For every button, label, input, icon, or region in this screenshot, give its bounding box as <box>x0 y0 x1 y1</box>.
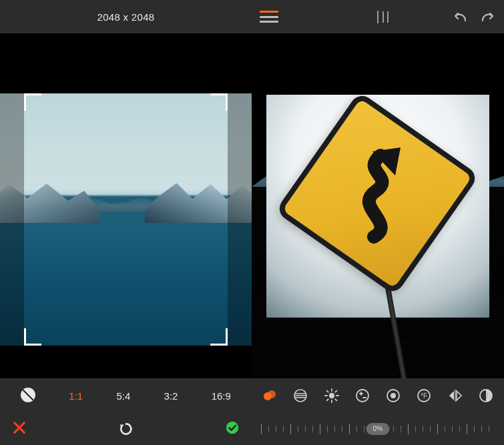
filter-invert-icon <box>479 388 493 403</box>
menu-button[interactable] <box>260 11 278 23</box>
road-sign <box>275 91 479 296</box>
slider-track[interactable]: 0% <box>261 422 495 436</box>
ratio-16-9[interactable]: 16:9 <box>208 388 235 404</box>
filter-brightness-icon <box>324 388 340 404</box>
undo-circular-icon <box>117 420 135 438</box>
crop-frame[interactable] <box>24 93 228 346</box>
edit-canvas[interactable] <box>252 33 504 378</box>
curve-arrow-icon <box>334 143 421 244</box>
crop-topbar: 2048 x 2048 <box>0 0 252 33</box>
crop-handle-tr[interactable] <box>210 93 228 111</box>
crop-handle-br[interactable] <box>210 328 228 346</box>
letterbox-top <box>252 33 504 87</box>
slider-value-pill[interactable]: 0% <box>366 423 389 435</box>
hamburger-icon <box>260 11 278 13</box>
filter-exposure-icon <box>355 388 370 403</box>
adjustment-slider[interactable]: 0% <box>252 413 504 445</box>
filter-rows-icon <box>293 388 308 403</box>
filter-hue-button[interactable] <box>258 384 281 407</box>
history-buttons <box>452 10 496 23</box>
filter-temperature-icon: °F <box>417 388 431 403</box>
contrast-toggle[interactable] <box>17 385 39 407</box>
app-root: 2048 x 2048 <box>0 0 504 445</box>
crop-pane: 2048 x 2048 <box>0 0 252 445</box>
redo-icon <box>480 10 496 23</box>
filter-exposure-button[interactable] <box>351 384 374 407</box>
undo-icon <box>452 10 468 23</box>
ratio-5-4[interactable]: 5:4 <box>112 388 134 404</box>
svg-point-5 <box>356 390 368 402</box>
filter-temperature-button[interactable]: °F <box>413 384 435 407</box>
letterbox-top <box>0 33 252 93</box>
crop-handle-tl[interactable] <box>24 93 41 111</box>
grid-icon <box>377 11 379 23</box>
crop-canvas[interactable] <box>0 33 252 378</box>
close-icon <box>12 420 27 435</box>
grid-toggle-button[interactable] <box>377 11 379 23</box>
ratio-3-2[interactable]: 3:2 <box>160 388 182 404</box>
filter-vignette-icon <box>386 388 401 403</box>
filter-vignette-button[interactable] <box>382 384 405 407</box>
filter-invert-button[interactable] <box>475 384 497 407</box>
cancel-button[interactable] <box>12 420 27 438</box>
crop-dim-right <box>228 93 252 346</box>
crop-overlay[interactable] <box>0 93 252 346</box>
crop-handle-bl[interactable] <box>24 328 41 346</box>
contrast-icon <box>21 388 35 402</box>
filter-flip-button[interactable] <box>444 384 467 407</box>
redo-button[interactable] <box>480 10 496 23</box>
edit-bottombar: °F 0% <box>252 378 504 445</box>
ratio-1-1[interactable]: 1:1 <box>65 388 87 404</box>
svg-text:°F: °F <box>421 392 427 400</box>
overlay-photo <box>266 95 489 318</box>
crop-action-row <box>0 413 252 445</box>
reset-button[interactable] <box>117 420 135 438</box>
edit-topbar <box>252 0 504 33</box>
checkmark-circle-icon <box>225 420 240 435</box>
filters-row: °F <box>252 378 504 413</box>
filter-hue-icon <box>262 388 277 403</box>
filter-rows-button[interactable] <box>289 384 312 407</box>
svg-point-0 <box>226 422 238 434</box>
confirm-button[interactable] <box>225 420 240 438</box>
svg-point-2 <box>268 390 276 398</box>
svg-point-7 <box>391 393 396 398</box>
aspect-ratio-row: 1:1 5:4 3:2 16:9 <box>0 378 252 413</box>
filter-flip-icon <box>448 388 463 403</box>
filter-brightness-button[interactable] <box>320 384 343 407</box>
crop-bottombar: 1:1 5:4 3:2 16:9 <box>0 378 252 445</box>
undo-button[interactable] <box>452 10 468 23</box>
svg-point-4 <box>328 393 334 398</box>
edit-pane: °F 0% <box>252 0 504 445</box>
image-dimensions-label: 2048 x 2048 <box>97 11 155 23</box>
crop-dim-left <box>0 93 24 346</box>
